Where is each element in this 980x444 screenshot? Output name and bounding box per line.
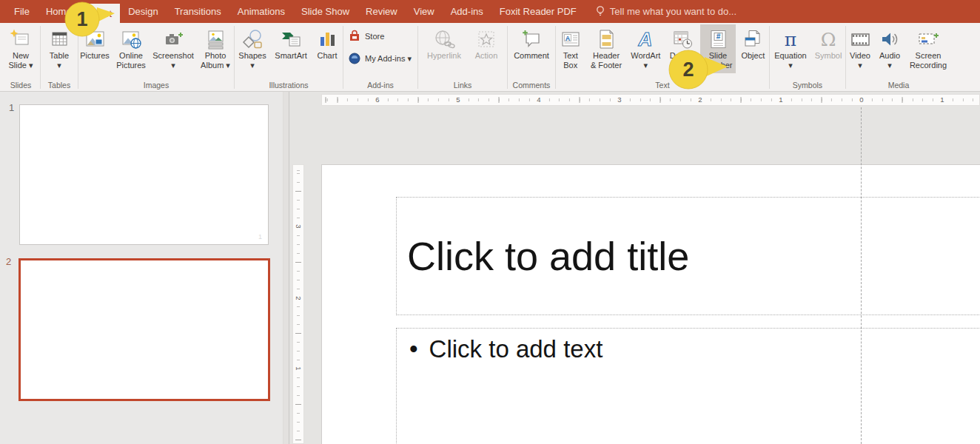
wordart-icon: A xyxy=(634,27,657,51)
button-label: Header xyxy=(593,51,620,61)
ruler-number: 5 xyxy=(454,95,461,104)
online-pictures-icon xyxy=(120,27,142,51)
button-label: Text xyxy=(563,51,578,61)
button-label: Screen xyxy=(916,51,942,61)
store-icon xyxy=(348,29,361,44)
symbol-omega-icon: Ω xyxy=(817,27,839,51)
wordart-button[interactable]: A WordArt ▾ xyxy=(628,24,664,73)
chart-button[interactable]: Chart xyxy=(312,24,342,73)
lightbulb-icon xyxy=(595,5,605,18)
ruler-number: 0 xyxy=(858,95,865,104)
button-label: Album ▾ xyxy=(201,61,230,70)
svg-text:Ω: Ω xyxy=(821,28,836,50)
ribbon-group-comments: Comment Comments xyxy=(508,23,555,91)
button-label: ▾ xyxy=(887,61,892,70)
group-label-tables: Tables xyxy=(41,81,78,90)
tab-file[interactable]: File xyxy=(6,0,38,23)
title-placeholder[interactable]: Click to add title xyxy=(396,197,980,315)
my-add-ins-icon xyxy=(348,51,361,66)
slide-2-thumbnail-selected[interactable] xyxy=(19,258,270,401)
tab-add-ins[interactable]: Add-ins xyxy=(443,0,491,23)
equation-pi-icon: π xyxy=(779,27,802,51)
ribbon-group-links: Hyperlink Action Links xyxy=(418,23,507,91)
button-label: ▾ xyxy=(171,61,175,70)
vertical-ruler: 3 2 1 xyxy=(292,164,304,444)
shapes-button[interactable]: Shapes ▾ xyxy=(235,24,269,73)
button-label: Object xyxy=(741,51,765,61)
group-label-images: Images xyxy=(78,81,234,90)
comment-icon xyxy=(520,27,543,51)
group-label-text: Text xyxy=(556,81,769,90)
screen-recording-button[interactable]: Screen Recording xyxy=(905,24,951,73)
tab-slide-show[interactable]: Slide Show xyxy=(293,0,358,23)
slide-1-thumbnail[interactable]: 1 xyxy=(19,104,269,245)
video-button[interactable]: Video ▾ xyxy=(846,24,874,73)
audio-button[interactable]: Audio ▾ xyxy=(876,24,904,73)
tab-animations[interactable]: Animations xyxy=(229,0,293,23)
ribbon-group-media: Video ▾ Audio ▾ Screen Recording Media xyxy=(846,23,951,91)
callout-step-2: 2 xyxy=(665,45,736,97)
my-add-ins-button[interactable]: My Add-ins ▾ xyxy=(348,51,412,66)
group-label-media: Media xyxy=(846,81,951,90)
button-label: Recording xyxy=(910,61,947,70)
tab-foxit-reader-pdf[interactable]: Foxit Reader PDF xyxy=(491,0,585,23)
tab-review[interactable]: Review xyxy=(358,0,406,23)
ruler-number: 1 xyxy=(293,363,303,374)
slide-1-number: 1 xyxy=(9,102,14,113)
button-label: ▾ xyxy=(788,61,793,70)
body-placeholder[interactable]: • Click to add text xyxy=(396,328,980,444)
tell-me-label: Tell me what you want to do... xyxy=(610,6,736,17)
action-button: Action xyxy=(469,24,504,73)
svg-text:π: π xyxy=(785,28,796,50)
smartart-button[interactable]: SmartArt xyxy=(271,24,311,73)
svg-text:A: A xyxy=(565,34,570,41)
chart-icon xyxy=(316,27,338,51)
button-label: Screenshot xyxy=(152,51,194,61)
screenshot-button[interactable]: Screenshot ▾ xyxy=(151,24,195,73)
tab-transitions[interactable]: Transitions xyxy=(167,0,229,23)
store-label: Store xyxy=(365,32,384,41)
group-label-slides: Slides xyxy=(1,81,40,90)
group-label-symbols: Symbols xyxy=(770,81,845,90)
new-slide-icon xyxy=(10,27,32,51)
hyperlink-button: Hyperlink xyxy=(421,24,467,73)
powerpoint-window: File Home Insert Design Transitions Anim… xyxy=(0,0,980,444)
tab-design[interactable]: Design xyxy=(120,0,166,23)
photo-album-icon xyxy=(204,27,226,51)
button-label: ▾ xyxy=(858,61,862,70)
ruler-number: 3 xyxy=(293,221,303,232)
slide-canvas[interactable]: Click to add title • Click to add text xyxy=(321,164,980,444)
new-slide-button[interactable]: New Slide ▾ xyxy=(4,24,38,73)
button-label: Action xyxy=(475,51,498,61)
symbol-button: Ω Symbol xyxy=(812,24,845,73)
tell-me-box[interactable]: Tell me what you want to do... xyxy=(595,0,736,23)
action-icon xyxy=(475,27,497,51)
comment-button[interactable]: Comment xyxy=(510,24,553,73)
object-button[interactable]: Object xyxy=(737,24,769,73)
audio-icon xyxy=(879,27,901,51)
video-icon xyxy=(849,27,871,51)
slide-1-page-number: 1 xyxy=(258,233,262,240)
button-label: Table xyxy=(50,51,69,61)
button-label: Pictures xyxy=(80,51,110,61)
text-box-button[interactable]: A Text Box xyxy=(556,24,585,73)
button-label: SmartArt xyxy=(275,51,306,61)
store-button[interactable]: Store xyxy=(348,29,384,44)
button-label: New xyxy=(13,51,29,61)
equation-button[interactable]: π Equation ▾ xyxy=(771,24,810,73)
button-label: Video xyxy=(850,51,870,61)
header-footer-button[interactable]: Header & Footer xyxy=(586,24,625,73)
tab-view[interactable]: View xyxy=(406,0,443,23)
panel-scrollbar-track[interactable] xyxy=(283,92,289,444)
ribbon-group-slides: New Slide ▾ Slides xyxy=(1,23,40,91)
screenshot-icon xyxy=(162,27,184,51)
button-label: Slide ▾ xyxy=(8,61,33,70)
button-label: Online xyxy=(119,51,143,61)
button-label: Symbol xyxy=(815,51,842,61)
group-label-illustrations: Illustrations xyxy=(235,81,343,90)
photo-album-button[interactable]: Photo Album ▾ xyxy=(197,24,234,73)
vertical-guide-line[interactable] xyxy=(861,107,862,444)
slide-2-number: 2 xyxy=(6,256,11,267)
button-label: Shapes xyxy=(238,51,266,61)
header-footer-icon xyxy=(595,27,617,51)
